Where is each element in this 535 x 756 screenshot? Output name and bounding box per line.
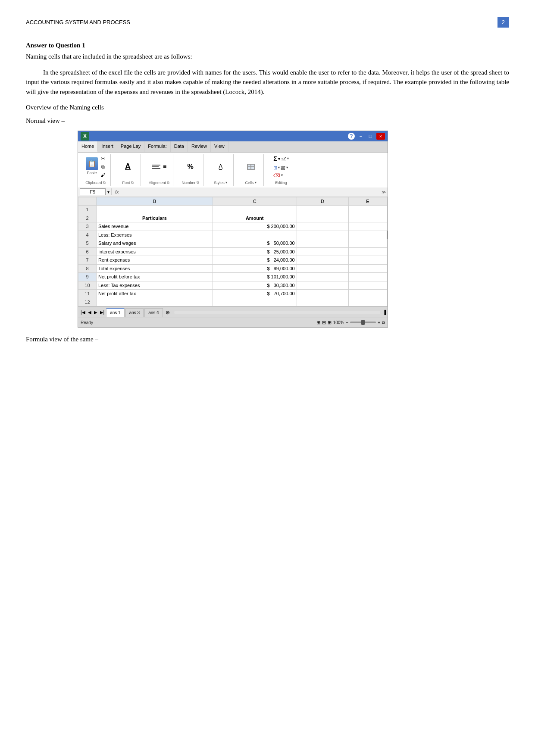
ribbon-tabs: Home Insert Page Lay Formula: Data Revie… [78,141,388,153]
formula-input[interactable] [122,189,380,194]
cell-d4[interactable] [297,231,348,239]
zoom-plus[interactable]: + [378,319,380,326]
cell-e1[interactable] [348,206,387,214]
sheet-scrollbar[interactable] [174,311,380,314]
cell-e11[interactable] [348,290,387,298]
tab-data[interactable]: Data [171,141,188,152]
cell-b9[interactable]: Net profit before tax [96,273,213,281]
cell-b2[interactable]: Particulars [96,214,213,222]
col-header-d[interactable]: D [297,197,348,206]
cell-b3[interactable]: Sales revenue [96,222,213,231]
zoom-minus[interactable]: − [346,319,348,326]
row-num-4: 4 [78,231,97,239]
page-break-button[interactable]: ⊞ [328,319,332,326]
col-header-b[interactable]: B [96,197,213,206]
cell-d11[interactable] [297,290,348,298]
close-button[interactable]: × [376,133,385,140]
align-lines-icon [152,165,160,169]
sheet-tab-ans3[interactable]: ans 3 [125,308,144,317]
fill-dropdown[interactable]: ▾ [278,165,280,170]
sort-dropdown[interactable]: ▾ [287,156,289,161]
clear-dropdown[interactable]: ▾ [281,173,283,178]
cell-c12[interactable] [213,298,297,306]
sheet-nav-next[interactable]: ▶ [93,309,98,316]
cell-e10[interactable] [348,281,387,290]
cell-d2[interactable] [297,214,348,222]
tab-review[interactable]: Review [188,141,211,152]
tab-home[interactable]: Home [78,141,98,152]
copy-button[interactable]: ⧉ [100,163,105,171]
cell-c8[interactable]: $ 99,000.00 [213,264,297,273]
excel-help-icon[interactable]: ? [348,133,355,140]
cell-d7[interactable] [297,256,348,265]
cell-c9[interactable]: $ 101,000.00 [213,273,297,281]
cell-e8[interactable] [348,264,387,273]
cell-c1[interactable] [213,206,297,214]
cell-d1[interactable] [297,206,348,214]
zoom-slider[interactable] [350,322,376,323]
clear-icon: ⌫ [273,172,280,179]
row-num-9: 9 [78,273,97,281]
cell-e6[interactable] [348,247,387,256]
cell-b5[interactable]: Salary and wages [96,239,213,248]
tab-view[interactable]: View [211,141,228,152]
cell-e9[interactable] [348,273,387,281]
cell-e7[interactable] [348,256,387,265]
name-box[interactable] [80,188,106,195]
cell-c3[interactable]: $ 200,000.00 [213,222,297,231]
sheet-tab-ans1[interactable]: ans 1 [106,308,124,317]
tab-pagelayout[interactable]: Page Lay [117,141,144,152]
format-painter-button[interactable]: 🖌 [100,172,105,179]
sheet-nav-first[interactable]: |◀ [80,309,86,316]
page-layout-button[interactable]: ⊟ [322,319,326,326]
normal-view-button[interactable]: ⊞ [316,319,320,326]
restore-button[interactable]: □ [367,133,374,140]
cell-c11[interactable]: $ 70,700.00 [213,290,297,298]
cell-c2[interactable]: Amount [213,214,297,222]
cell-b12[interactable] [96,298,213,306]
minimize-button[interactable]: − [357,133,364,140]
tab-insert[interactable]: Insert [98,141,117,152]
style-a-icon[interactable]: A̲ [219,162,223,171]
cell-b7[interactable]: Rent expenses [96,256,213,265]
cell-d9[interactable] [297,273,348,281]
sheet-tabs-bar: |◀ ◀ ▶ ▶| ans 1 ans 3 ans 4 ⊕ ▐ [78,306,388,318]
cell-b1[interactable] [96,206,213,214]
paste-button[interactable]: 📋 Paste [86,157,98,176]
cell-d8[interactable] [297,264,348,273]
cell-b8[interactable]: Total expenses [96,264,213,273]
cell-d3[interactable] [297,222,348,231]
cell-e5[interactable] [348,239,387,248]
cell-c7[interactable]: $ 24,000.00 [213,256,297,265]
table-row: 9 Net profit before tax $ 101,000.00 [78,273,388,281]
cell-c6[interactable]: $ 25,000.00 [213,247,297,256]
sigma-dropdown[interactable]: ▾ [278,156,280,162]
cell-e3[interactable] [348,222,387,231]
table-row: 6 Interest expenses $ 25,000.00 [78,247,388,256]
cell-d6[interactable] [297,247,348,256]
cell-b4[interactable]: Less: Expenses [96,231,213,239]
cell-b10[interactable]: Less: Tax expenses [96,281,213,290]
cell-c10[interactable]: $ 30,300.00 [213,281,297,290]
cut-button[interactable]: ✂ [100,155,105,162]
cell-d10[interactable] [297,281,348,290]
sheet-nav-prev[interactable]: ◀ [87,309,92,316]
cell-b6[interactable]: Interest expenses [96,247,213,256]
cell-c4[interactable] [213,231,297,239]
tab-formulas[interactable]: Formula: [144,141,170,152]
cell-e4[interactable] [348,231,387,239]
cell-d12[interactable] [297,298,348,306]
col-header-c[interactable]: C [213,197,297,206]
add-sheet-button[interactable]: ⊕ [164,309,172,316]
cell-e12[interactable] [348,298,387,306]
format-dropdown[interactable]: ▾ [286,165,288,170]
cell-c5[interactable]: $ 50,000.00 [213,239,297,248]
cell-b11[interactable]: Net profit after tax [96,290,213,298]
formula-expand[interactable]: ▾ [107,189,110,195]
cell-e2[interactable] [348,214,387,222]
cell-d5[interactable] [297,239,348,248]
sheet-tab-ans4[interactable]: ans 4 [144,308,163,317]
number-label: Number ⧉ [182,180,199,186]
sheet-nav-last[interactable]: ▶| [99,309,106,316]
col-header-e[interactable]: E [348,197,387,206]
